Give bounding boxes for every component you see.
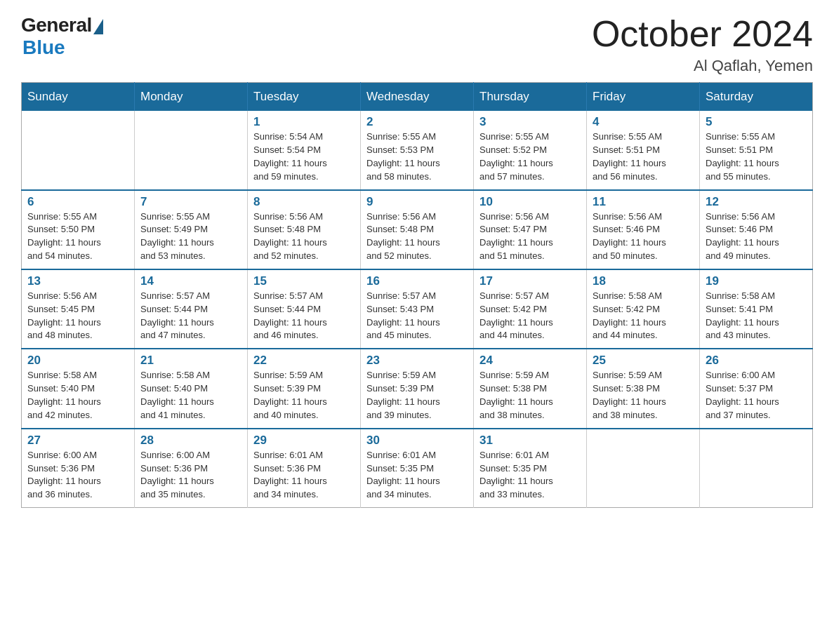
day-number: 22 [253, 354, 355, 368]
calendar-cell [22, 111, 135, 189]
day-info: Sunrise: 5:59 AM Sunset: 5:39 PM Dayligh… [253, 369, 355, 422]
page-header: General Blue October 2024 Al Qaflah, Yem… [21, 14, 813, 75]
day-info: Sunrise: 5:59 AM Sunset: 5:38 PM Dayligh… [479, 369, 581, 422]
logo-arrow-icon [93, 19, 103, 34]
day-info: Sunrise: 6:00 AM Sunset: 5:36 PM Dayligh… [27, 449, 128, 502]
calendar-cell: 30Sunrise: 6:01 AM Sunset: 5:35 PM Dayli… [361, 429, 474, 508]
day-number: 31 [479, 434, 581, 448]
day-info: Sunrise: 5:55 AM Sunset: 5:50 PM Dayligh… [27, 210, 128, 263]
day-info: Sunrise: 6:00 AM Sunset: 5:37 PM Dayligh… [706, 369, 807, 422]
calendar-cell: 15Sunrise: 5:57 AM Sunset: 5:44 PM Dayli… [248, 269, 361, 349]
calendar-header-wednesday: Wednesday [361, 83, 474, 112]
day-number: 9 [366, 195, 468, 209]
calendar-cell: 29Sunrise: 6:01 AM Sunset: 5:36 PM Dayli… [248, 429, 361, 508]
calendar-header-friday: Friday [587, 83, 700, 112]
day-number: 21 [140, 354, 241, 368]
calendar-week-row: 13Sunrise: 5:56 AM Sunset: 5:45 PM Dayli… [22, 269, 813, 349]
day-number: 8 [253, 195, 355, 209]
calendar-cell: 13Sunrise: 5:56 AM Sunset: 5:45 PM Dayli… [22, 269, 135, 349]
calendar-cell: 21Sunrise: 5:58 AM Sunset: 5:40 PM Dayli… [135, 349, 248, 428]
day-info: Sunrise: 6:01 AM Sunset: 5:35 PM Dayligh… [479, 449, 581, 502]
calendar-week-row: 1Sunrise: 5:54 AM Sunset: 5:54 PM Daylig… [22, 111, 813, 189]
calendar-cell: 3Sunrise: 5:55 AM Sunset: 5:52 PM Daylig… [474, 111, 587, 189]
calendar-cell: 27Sunrise: 6:00 AM Sunset: 5:36 PM Dayli… [22, 429, 135, 508]
day-info: Sunrise: 6:01 AM Sunset: 5:36 PM Dayligh… [253, 449, 355, 502]
calendar-cell: 17Sunrise: 5:57 AM Sunset: 5:42 PM Dayli… [474, 269, 587, 349]
day-info: Sunrise: 5:55 AM Sunset: 5:49 PM Dayligh… [140, 210, 241, 263]
day-info: Sunrise: 5:55 AM Sunset: 5:51 PM Dayligh… [593, 130, 694, 183]
day-number: 14 [140, 274, 241, 288]
day-number: 26 [706, 354, 807, 368]
calendar-cell: 6Sunrise: 5:55 AM Sunset: 5:50 PM Daylig… [22, 190, 135, 269]
day-info: Sunrise: 5:55 AM Sunset: 5:53 PM Dayligh… [366, 130, 468, 183]
day-number: 19 [706, 274, 807, 288]
day-info: Sunrise: 5:57 AM Sunset: 5:43 PM Dayligh… [366, 290, 468, 342]
day-number: 5 [706, 115, 807, 129]
calendar-header-row: SundayMondayTuesdayWednesdayThursdayFrid… [22, 83, 813, 112]
calendar-cell [135, 111, 248, 189]
calendar-cell: 12Sunrise: 5:56 AM Sunset: 5:46 PM Dayli… [700, 190, 813, 269]
calendar-cell: 23Sunrise: 5:59 AM Sunset: 5:39 PM Dayli… [361, 349, 474, 428]
day-number: 16 [366, 274, 468, 288]
day-info: Sunrise: 5:57 AM Sunset: 5:44 PM Dayligh… [140, 290, 241, 342]
day-info: Sunrise: 5:55 AM Sunset: 5:51 PM Dayligh… [706, 130, 807, 183]
day-number: 27 [27, 434, 128, 448]
day-info: Sunrise: 5:58 AM Sunset: 5:40 PM Dayligh… [27, 369, 128, 422]
day-info: Sunrise: 5:58 AM Sunset: 5:42 PM Dayligh… [593, 290, 694, 342]
calendar-cell: 22Sunrise: 5:59 AM Sunset: 5:39 PM Dayli… [248, 349, 361, 428]
calendar-cell: 10Sunrise: 5:56 AM Sunset: 5:47 PM Dayli… [474, 190, 587, 269]
day-number: 25 [593, 354, 694, 368]
calendar-cell: 24Sunrise: 5:59 AM Sunset: 5:38 PM Dayli… [474, 349, 587, 428]
calendar-cell: 16Sunrise: 5:57 AM Sunset: 5:43 PM Dayli… [361, 269, 474, 349]
day-number: 28 [140, 434, 241, 448]
day-info: Sunrise: 5:56 AM Sunset: 5:46 PM Dayligh… [706, 210, 807, 263]
calendar-cell: 20Sunrise: 5:58 AM Sunset: 5:40 PM Dayli… [22, 349, 135, 428]
day-info: Sunrise: 5:59 AM Sunset: 5:38 PM Dayligh… [593, 369, 694, 422]
calendar-cell: 19Sunrise: 5:58 AM Sunset: 5:41 PM Dayli… [700, 269, 813, 349]
day-info: Sunrise: 5:54 AM Sunset: 5:54 PM Dayligh… [253, 130, 355, 183]
calendar-cell: 4Sunrise: 5:55 AM Sunset: 5:51 PM Daylig… [587, 111, 700, 189]
day-number: 30 [366, 434, 468, 448]
day-number: 24 [479, 354, 581, 368]
calendar-header-saturday: Saturday [700, 83, 813, 112]
calendar-cell: 2Sunrise: 5:55 AM Sunset: 5:53 PM Daylig… [361, 111, 474, 189]
calendar-cell: 26Sunrise: 6:00 AM Sunset: 5:37 PM Dayli… [700, 349, 813, 428]
main-title: October 2024 [592, 14, 813, 54]
calendar-week-row: 6Sunrise: 5:55 AM Sunset: 5:50 PM Daylig… [22, 190, 813, 269]
day-number: 23 [366, 354, 468, 368]
day-number: 12 [706, 195, 807, 209]
calendar-cell: 14Sunrise: 5:57 AM Sunset: 5:44 PM Dayli… [135, 269, 248, 349]
calendar-table: SundayMondayTuesdayWednesdayThursdayFrid… [21, 82, 813, 508]
day-number: 15 [253, 274, 355, 288]
day-number: 18 [593, 274, 694, 288]
calendar-header-monday: Monday [135, 83, 248, 112]
day-number: 13 [27, 274, 128, 288]
day-info: Sunrise: 5:56 AM Sunset: 5:47 PM Dayligh… [479, 210, 581, 263]
day-info: Sunrise: 5:56 AM Sunset: 5:46 PM Dayligh… [593, 210, 694, 263]
calendar-cell: 31Sunrise: 6:01 AM Sunset: 5:35 PM Dayli… [474, 429, 587, 508]
day-info: Sunrise: 5:56 AM Sunset: 5:48 PM Dayligh… [366, 210, 468, 263]
subtitle: Al Qaflah, Yemen [592, 57, 813, 75]
calendar-cell: 18Sunrise: 5:58 AM Sunset: 5:42 PM Dayli… [587, 269, 700, 349]
day-info: Sunrise: 6:01 AM Sunset: 5:35 PM Dayligh… [366, 449, 468, 502]
day-info: Sunrise: 5:56 AM Sunset: 5:45 PM Dayligh… [27, 290, 128, 342]
calendar-week-row: 20Sunrise: 5:58 AM Sunset: 5:40 PM Dayli… [22, 349, 813, 428]
day-info: Sunrise: 5:58 AM Sunset: 5:40 PM Dayligh… [140, 369, 241, 422]
day-info: Sunrise: 5:55 AM Sunset: 5:52 PM Dayligh… [479, 130, 581, 183]
day-number: 7 [140, 195, 241, 209]
calendar-cell: 5Sunrise: 5:55 AM Sunset: 5:51 PM Daylig… [700, 111, 813, 189]
logo-general-text: General [21, 14, 92, 36]
logo: General Blue [21, 14, 103, 59]
calendar-week-row: 27Sunrise: 6:00 AM Sunset: 5:36 PM Dayli… [22, 429, 813, 508]
day-info: Sunrise: 5:57 AM Sunset: 5:42 PM Dayligh… [479, 290, 581, 342]
day-number: 1 [253, 115, 355, 129]
day-number: 29 [253, 434, 355, 448]
day-number: 2 [366, 115, 468, 129]
calendar-cell: 1Sunrise: 5:54 AM Sunset: 5:54 PM Daylig… [248, 111, 361, 189]
day-info: Sunrise: 5:56 AM Sunset: 5:48 PM Dayligh… [253, 210, 355, 263]
calendar-cell: 7Sunrise: 5:55 AM Sunset: 5:49 PM Daylig… [135, 190, 248, 269]
calendar-header-tuesday: Tuesday [248, 83, 361, 112]
day-number: 17 [479, 274, 581, 288]
day-info: Sunrise: 6:00 AM Sunset: 5:36 PM Dayligh… [140, 449, 241, 502]
logo-blue-text: Blue [22, 36, 65, 59]
